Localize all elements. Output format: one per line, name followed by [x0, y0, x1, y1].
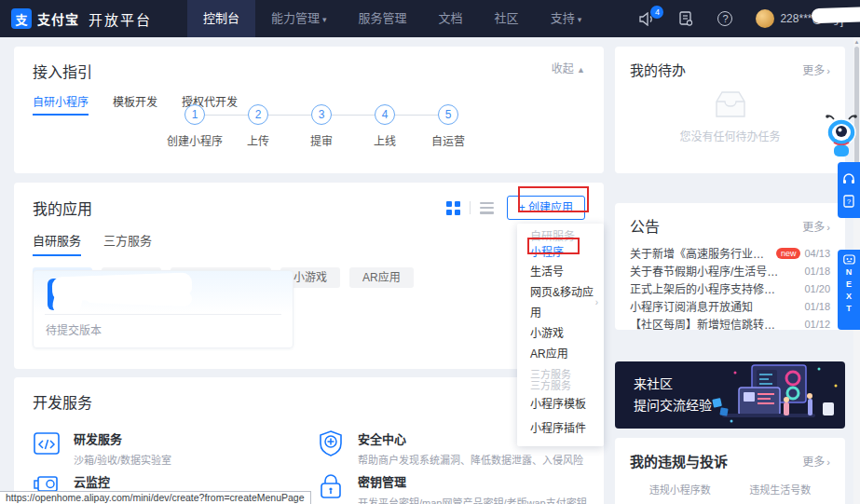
list-view-button[interactable]	[480, 202, 494, 214]
announcements-list: 关于新增《高速服务行业管理规范》公告通知 new 04/13 关于春节假期小程序…	[630, 244, 830, 333]
app-card[interactable]: 待提交版本	[33, 270, 293, 348]
dev-item-key-management[interactable]: 密钥管理开发平台密钥/map网管产品密钥/老版wap支付密钥	[317, 472, 587, 504]
lock-icon	[317, 472, 345, 500]
access-guide-panel: 接入指引 收起 ▲ 自研小程序 模板开发 授权代开发 1创建小程序 2上传 3提…	[14, 47, 604, 173]
apps-tabs: 自研服务 三方服务	[33, 231, 585, 256]
redaction-scribble	[812, 7, 860, 24]
notifications-button[interactable]: 4	[638, 10, 655, 27]
help-button[interactable]: ?	[717, 10, 733, 27]
collapse-button[interactable]: 收起 ▲	[552, 60, 585, 82]
chevron-right-icon: ›	[826, 65, 830, 76]
step-number: 5	[438, 104, 458, 125]
faq-doc-icon: ?	[842, 195, 855, 208]
nav-item-console[interactable]: 控制台	[187, 0, 255, 37]
next-label: NEXT	[844, 267, 853, 316]
robot-mascot-icon	[825, 114, 858, 162]
logo-wordmark: 支付宝	[37, 9, 79, 28]
tasks-button[interactable]	[677, 10, 694, 27]
announcement-text: 正式上架后的小程序支持修改名称	[630, 280, 781, 296]
nav-item-capability[interactable]: 能力管理▾	[255, 0, 343, 37]
step-create: 1创建小程序	[163, 104, 226, 148]
announcements-title: 公告	[630, 214, 660, 237]
floating-help-panel[interactable]: ?	[838, 162, 860, 218]
dev-services-panel: 开发服务 研发服务沙箱/验收/数据实验室 安全中心帮助商户发现系统漏洞、降低数据…	[14, 377, 604, 504]
menu-item-mini-game[interactable]: 小游戏	[517, 323, 604, 344]
dev-item-name: 研发服务	[74, 429, 171, 447]
announcement-text: 关于新增《高速服务行业管理规范》公告通知	[630, 245, 772, 261]
top-nav: 支 支付宝 开放平台 控制台 能力管理▾ 服务管理 文档 社区 支持▾ 4 ? …	[0, 0, 860, 37]
step-review: 3提审	[290, 104, 353, 148]
create-app-button[interactable]: + 创建应用	[507, 196, 585, 220]
menu-item-mini-program-template[interactable]: 小程序模板	[517, 394, 604, 415]
caret-down-icon: ▾	[578, 15, 582, 24]
banner-line2: 提问交流经验	[634, 395, 712, 414]
dev-services-title: 开发服务	[33, 390, 585, 413]
announcement-item[interactable]: 正式上架后的小程序支持修改名称 01/20	[630, 279, 830, 297]
step-number: 4	[375, 104, 395, 125]
empty-inbox-icon	[709, 89, 752, 122]
robot-face-icon	[843, 254, 855, 265]
announcement-item[interactable]: 【社区每周】新增短信跳转到小程序开放能力、新... 01/12	[630, 315, 830, 333]
todo-panel: 我的待办 更多› 您没有任何待办任务	[615, 47, 845, 173]
grid-view-button[interactable]	[446, 201, 460, 215]
headset-icon	[842, 172, 855, 185]
todo-title: 我的待办	[630, 60, 686, 79]
announcements-more-link[interactable]: 更多›	[802, 218, 830, 234]
assistant-mascot[interactable]	[825, 114, 858, 162]
violations-title: 我的违规与投诉	[630, 451, 728, 470]
stat-label: 违规小程序数	[630, 482, 730, 497]
divider	[45, 314, 281, 315]
view-controls	[446, 201, 494, 215]
submenu-arrow-icon: ›	[595, 293, 598, 313]
stat-label: 违规生活号数	[730, 482, 831, 497]
nav-menu: 控制台 能力管理▾ 服务管理 文档 社区 支持▾	[187, 0, 597, 37]
community-banner[interactable]: 来社区 提问交流经验	[615, 361, 845, 429]
nav-item-label: 支持	[551, 11, 575, 25]
announcement-item[interactable]: 关于春节假期小程序/生活号审核时间安排通知 01/18	[630, 262, 830, 279]
scrollbar-up-arrow[interactable]: ▲	[853, 39, 860, 45]
announcement-date: 01/18	[804, 301, 830, 312]
guide-tab-self-dev[interactable]: 自研小程序	[33, 93, 89, 116]
violations-more-link[interactable]: 更多›	[802, 453, 830, 469]
nav-item-community[interactable]: 社区	[479, 0, 535, 37]
todo-empty-state: 您没有任何待办任务	[630, 89, 830, 143]
menu-item-life-account[interactable]: 生活号	[517, 262, 604, 282]
tab-third-party-services[interactable]: 三方服务	[103, 231, 152, 256]
nav-item-label: 能力管理	[271, 11, 320, 25]
status-bar-url: https://openhome.alipay.com/mini/dev/cre…	[0, 491, 311, 504]
menu-item-mini-program[interactable]: 小程序	[517, 244, 604, 262]
account-menu[interactable]: 228***@ 号]	[756, 9, 843, 28]
step-launch: 4上线	[353, 104, 416, 148]
menu-item-web-mobile-app[interactable]: 网页&移动应用›	[517, 282, 604, 323]
guide-title: 接入指引	[33, 60, 92, 82]
nav-item-docs[interactable]: 文档	[423, 0, 479, 37]
dev-item-rd-service[interactable]: 研发服务沙箱/验收/数据实验室	[33, 429, 171, 467]
step-number: 3	[311, 104, 332, 125]
announcement-item[interactable]: 小程序订阅消息开放通知 01/18	[630, 297, 830, 315]
dev-item-desc: 沙箱/验收/数据实验室	[74, 452, 171, 467]
nav-item-service[interactable]: 服务管理	[343, 0, 423, 37]
menu-item-ar-app[interactable]: AR应用	[517, 344, 604, 364]
announcement-item[interactable]: 关于新增《高速服务行业管理规范》公告通知 new 04/13	[630, 244, 830, 262]
user-avatar	[756, 9, 774, 28]
divider	[470, 201, 471, 214]
todo-more-link[interactable]: 更多›	[802, 61, 830, 77]
document-gear-icon	[678, 11, 693, 26]
question-mark-icon: ?	[717, 11, 732, 26]
filter-ar-app[interactable]: AR应用	[349, 267, 414, 288]
step-upload: 2上传	[226, 104, 290, 148]
menu-item-mini-program-plugin[interactable]: 小程序插件	[517, 418, 604, 439]
tab-self-services[interactable]: 自研服务	[33, 231, 81, 256]
shield-plus-icon	[317, 429, 345, 457]
alipay-open-platform-dashboard: 支 支付宝 开放平台 控制台 能力管理▾ 服务管理 文档 社区 支持▾ 4 ? …	[0, 0, 860, 504]
next-assistant-tab[interactable]: NEXT	[838, 250, 860, 330]
nav-item-support[interactable]: 支持▾	[535, 0, 598, 37]
apps-title: 我的应用	[33, 197, 92, 219]
notification-badge: 4	[650, 6, 663, 19]
todo-empty-text: 您没有任何待办任务	[630, 128, 830, 143]
alipay-logo-icon[interactable]: 支	[11, 8, 32, 29]
announcement-text: 【社区每周】新增短信跳转到小程序开放能力、新...	[630, 316, 781, 332]
step-number: 2	[248, 104, 268, 125]
guide-tab-template[interactable]: 模板开发	[113, 93, 157, 116]
banner-line1: 来社区	[634, 374, 673, 392]
